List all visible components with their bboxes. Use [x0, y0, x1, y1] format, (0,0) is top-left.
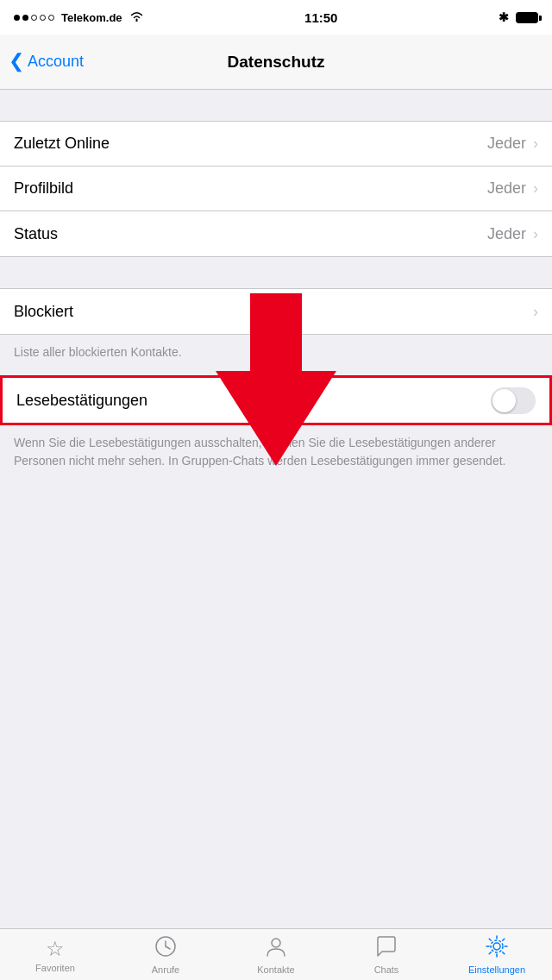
carrier-label: Telekom.de: [61, 11, 122, 24]
status-label: Status: [14, 225, 58, 243]
svg-point-6: [491, 940, 503, 952]
tab-chats-label: Chats: [374, 964, 399, 975]
tab-anrufe[interactable]: Anrufe: [110, 935, 221, 975]
battery-fill: [517, 13, 537, 22]
svg-point-5: [493, 943, 500, 950]
lesebestatigungen-footer: Wenn Sie die Lesebestätigungen ausschalt…: [0, 425, 552, 484]
dot-4: [40, 15, 46, 21]
status-bar-right: ✱: [499, 10, 538, 24]
lesebestatigungen-row[interactable]: Lesebestätigungen: [3, 378, 549, 423]
chevron-right-icon-4: ›: [533, 303, 538, 321]
section-spacer-1: [0, 90, 552, 121]
person-icon: [265, 935, 287, 963]
tab-chats[interactable]: Chats: [331, 935, 442, 975]
profilbild-value-container: Jeder ›: [487, 179, 538, 198]
status-value-container: Jeder ›: [487, 225, 538, 243]
visibility-section: Zuletzt Online Jeder › Profilbild Jeder …: [0, 121, 552, 257]
svg-point-4: [272, 939, 280, 947]
read-receipts-section: Lesebestätigungen: [0, 375, 552, 425]
lesebestatigungen-label: Lesebestätigungen: [16, 392, 147, 410]
status-bar-left: Telekom.de: [14, 10, 144, 24]
signal-dots: [14, 15, 54, 21]
blockiert-label: Blockiert: [14, 303, 73, 321]
chevron-right-icon: ›: [533, 135, 538, 153]
dot-2: [22, 15, 28, 21]
section-spacer-2: [0, 257, 552, 288]
zuletzt-online-label: Zuletzt Online: [14, 135, 110, 153]
zuletzt-online-value-container: Jeder ›: [487, 135, 538, 153]
nav-bar: ❮ Account Datenschutz: [0, 35, 552, 90]
chevron-right-icon-2: ›: [533, 179, 538, 198]
status-value: Jeder: [487, 225, 526, 243]
back-label: Account: [28, 53, 84, 71]
blockiert-value-container: ›: [533, 303, 538, 321]
back-chevron-icon: ❮: [9, 52, 24, 71]
tab-bar: ☆ Favoriten Anrufe Kontakte Chats: [0, 928, 552, 980]
tab-kontakte[interactable]: Kontakte: [221, 935, 331, 975]
tab-einstellungen-label: Einstellungen: [468, 964, 525, 975]
tab-favoriten[interactable]: ☆ Favoriten: [0, 937, 110, 973]
content-area: Zuletzt Online Jeder › Profilbild Jeder …: [0, 90, 552, 536]
back-button[interactable]: ❮ Account: [9, 53, 84, 71]
profilbild-value: Jeder: [487, 179, 526, 198]
settings-icon: [486, 935, 508, 963]
svg-line-3: [166, 946, 170, 949]
lesebestatigungen-toggle[interactable]: [491, 387, 536, 414]
dot-1: [14, 15, 20, 21]
battery-icon: [516, 12, 538, 23]
blocked-section: Blockiert ›: [0, 288, 552, 335]
tab-einstellungen[interactable]: Einstellungen: [442, 935, 552, 975]
toggle-knob: [492, 389, 516, 412]
tab-favoriten-label: Favoriten: [35, 963, 75, 973]
read-receipts-section-wrapper: Lesebestätigungen: [0, 375, 552, 425]
zuletzt-online-value: Jeder: [487, 135, 526, 153]
tab-kontakte-label: Kontakte: [257, 964, 294, 975]
status-time: 11:50: [304, 10, 337, 25]
star-icon: ☆: [46, 937, 65, 961]
dot-5: [48, 15, 54, 21]
status-row[interactable]: Status Jeder ›: [0, 211, 552, 256]
chevron-right-icon-3: ›: [533, 225, 538, 243]
profilbild-label: Profilbild: [14, 179, 73, 198]
status-bar: Telekom.de 11:50 ✱: [0, 0, 552, 35]
chat-icon: [375, 935, 398, 963]
zuletzt-online-row[interactable]: Zuletzt Online Jeder ›: [0, 122, 552, 166]
dot-3: [31, 15, 37, 21]
page-title: Datenschutz: [228, 53, 325, 72]
profilbild-row[interactable]: Profilbild Jeder ›: [0, 166, 552, 211]
tab-anrufe-label: Anrufe: [152, 964, 179, 975]
clock-icon: [154, 935, 177, 963]
blockiert-footer: Liste aller blockierten Kontakte.: [0, 335, 552, 375]
bluetooth-icon: ✱: [499, 10, 509, 24]
wifi-icon: [129, 10, 144, 24]
blockiert-row[interactable]: Blockiert ›: [0, 289, 552, 334]
